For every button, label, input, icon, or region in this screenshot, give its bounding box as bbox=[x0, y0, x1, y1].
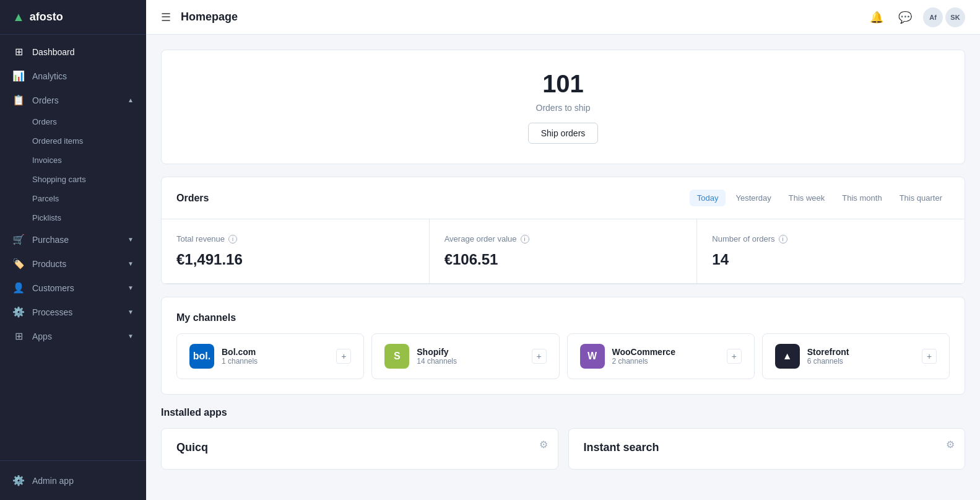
info-icon-average[interactable]: i bbox=[521, 235, 529, 243]
sidebar-subitem-ordered-items[interactable]: Ordered items bbox=[0, 131, 146, 151]
channel-bol: bol. Bol.com 1 channels + bbox=[176, 333, 364, 379]
storefront-logo: ▲ bbox=[775, 344, 800, 369]
tab-this-week[interactable]: This week bbox=[781, 190, 833, 206]
sidebar-item-purchase[interactable]: 🛒 Purchase ▼ bbox=[0, 227, 146, 252]
page-title: Homepage bbox=[181, 11, 866, 24]
nav-section-main: ⊞ Dashboard 📊 Analytics 📋 Orders ▲ Order… bbox=[0, 35, 146, 353]
sidebar: ▲ afosto ⊞ Dashboard 📊 Analytics 📋 Order… bbox=[0, 0, 146, 500]
stats-row: Total revenue i €1,491.16 Average order … bbox=[162, 219, 965, 284]
app-instant-search: Instant search ⚙ bbox=[568, 428, 966, 470]
info-icon-revenue[interactable]: i bbox=[228, 235, 237, 243]
apps-chevron: ▼ bbox=[128, 333, 134, 340]
content-area: 101 Orders to ship Ship orders Orders To… bbox=[146, 35, 980, 500]
sidebar-logo[interactable]: ▲ afosto bbox=[0, 0, 146, 35]
orders-icon: 📋 bbox=[12, 94, 25, 106]
bol-add-button[interactable]: + bbox=[336, 349, 351, 364]
ship-orders-label: Orders to ship bbox=[176, 103, 950, 113]
quicq-settings-button[interactable]: ⚙ bbox=[539, 439, 548, 450]
products-chevron: ▼ bbox=[128, 260, 134, 267]
shopify-info: Shopify 14 channels bbox=[417, 347, 457, 366]
orders-chevron: ▲ bbox=[128, 97, 134, 103]
period-tabs: Today Yesterday This week This month Thi… bbox=[690, 190, 950, 206]
sidebar-item-products[interactable]: 🏷️ Products ▼ bbox=[0, 252, 146, 276]
logo-icon: ▲ bbox=[12, 10, 25, 24]
orders-header: Orders Today Yesterday This week This mo… bbox=[162, 177, 965, 219]
channel-woo: W WooCommerce 2 channels + bbox=[567, 333, 755, 379]
dashboard-icon: ⊞ bbox=[12, 46, 25, 58]
sidebar-subitem-shopping-carts[interactable]: Shopping carts bbox=[0, 170, 146, 189]
tab-this-quarter[interactable]: This quarter bbox=[892, 190, 950, 206]
processes-icon: ⚙️ bbox=[12, 306, 25, 318]
menu-icon[interactable]: ☰ bbox=[161, 11, 171, 24]
sidebar-bottom: ⚙️ Admin app bbox=[0, 460, 146, 500]
products-icon: 🏷️ bbox=[12, 258, 25, 270]
sidebar-subitem-invoices[interactable]: Invoices bbox=[0, 151, 146, 170]
storefront-add-button[interactable]: + bbox=[922, 349, 937, 364]
avatar-sk[interactable]: SK bbox=[945, 7, 965, 27]
stat-average-order: Average order value i €106.51 bbox=[430, 219, 698, 283]
average-order-value: €106.51 bbox=[444, 251, 682, 268]
bol-logo: bol. bbox=[189, 344, 214, 369]
processes-chevron: ▼ bbox=[128, 309, 134, 315]
woo-logo: W bbox=[580, 344, 605, 369]
customers-chevron: ▼ bbox=[128, 284, 134, 291]
main-area: ☰ Homepage 🔔 💬 Af SK 101 Orders to ship … bbox=[146, 0, 980, 500]
number-orders-value: 14 bbox=[712, 251, 950, 268]
admin-icon: ⚙️ bbox=[12, 475, 25, 486]
header-actions: 🔔 💬 Af SK bbox=[866, 7, 965, 28]
installed-apps-title: Installed apps bbox=[161, 407, 965, 418]
info-icon-orders[interactable]: i bbox=[779, 235, 787, 243]
sidebar-item-analytics[interactable]: 📊 Analytics bbox=[0, 64, 146, 88]
instant-search-settings-button[interactable]: ⚙ bbox=[946, 439, 955, 450]
orders-card: Orders Today Yesterday This week This mo… bbox=[161, 177, 965, 284]
installed-apps-section: Installed apps Quicq ⚙ Instant search ⚙ bbox=[161, 407, 965, 470]
channels-grid: bol. Bol.com 1 channels + S Shopify 14 c… bbox=[176, 333, 950, 379]
sidebar-item-orders[interactable]: 📋 Orders ▲ bbox=[0, 88, 146, 112]
sidebar-item-processes[interactable]: ⚙️ Processes ▼ bbox=[0, 300, 146, 324]
header: ☰ Homepage 🔔 💬 Af SK bbox=[146, 0, 980, 35]
tab-this-month[interactable]: This month bbox=[835, 190, 889, 206]
purchase-icon: 🛒 bbox=[12, 234, 25, 245]
shopify-logo: S bbox=[384, 344, 409, 369]
analytics-icon: 📊 bbox=[12, 70, 25, 82]
storefront-info: Storefront 6 channels bbox=[807, 347, 849, 366]
channel-shopify: S Shopify 14 channels + bbox=[371, 333, 559, 379]
avatar-group: Af SK bbox=[923, 7, 965, 27]
avatar-af[interactable]: Af bbox=[923, 7, 943, 27]
sidebar-subitem-picklists[interactable]: Picklists bbox=[0, 208, 146, 227]
notifications-button[interactable]: 🔔 bbox=[866, 7, 887, 28]
purchase-chevron: ▼ bbox=[128, 236, 134, 243]
total-revenue-value: €1,491.16 bbox=[176, 251, 414, 268]
sidebar-subitem-orders[interactable]: Orders bbox=[0, 112, 146, 131]
tab-yesterday[interactable]: Yesterday bbox=[728, 190, 778, 206]
sidebar-item-customers[interactable]: 👤 Customers ▼ bbox=[0, 276, 146, 300]
stat-number-orders: Number of orders i 14 bbox=[697, 219, 965, 283]
sidebar-item-apps[interactable]: ⊞ Apps ▼ bbox=[0, 324, 146, 348]
ship-orders-card: 101 Orders to ship Ship orders bbox=[161, 50, 965, 164]
app-quicq: Quicq ⚙ bbox=[161, 428, 558, 470]
sidebar-item-admin-app[interactable]: ⚙️ Admin app bbox=[0, 468, 146, 493]
tab-today[interactable]: Today bbox=[690, 190, 726, 206]
channels-card: My channels bol. Bol.com 1 channels + S … bbox=[161, 297, 965, 395]
shopify-add-button[interactable]: + bbox=[532, 349, 547, 364]
sidebar-subitem-parcels[interactable]: Parcels bbox=[0, 189, 146, 208]
stat-total-revenue: Total revenue i €1,491.16 bbox=[162, 219, 430, 283]
apps-icon: ⊞ bbox=[12, 330, 25, 342]
apps-grid: Quicq ⚙ Instant search ⚙ bbox=[161, 428, 965, 470]
customers-icon: 👤 bbox=[12, 282, 25, 294]
channels-title: My channels bbox=[176, 312, 950, 323]
bol-info: Bol.com 1 channels bbox=[222, 347, 258, 366]
logo-text: afosto bbox=[30, 11, 63, 24]
ship-orders-button[interactable]: Ship orders bbox=[528, 123, 599, 144]
messages-button[interactable]: 💬 bbox=[895, 7, 916, 28]
woo-info: WooCommerce 2 channels bbox=[612, 347, 675, 366]
woo-add-button[interactable]: + bbox=[727, 349, 742, 364]
orders-section-title: Orders bbox=[176, 193, 682, 204]
sidebar-item-dashboard[interactable]: ⊞ Dashboard bbox=[0, 40, 146, 64]
ship-orders-count: 101 bbox=[176, 70, 950, 98]
channel-storefront: ▲ Storefront 6 channels + bbox=[762, 333, 950, 379]
